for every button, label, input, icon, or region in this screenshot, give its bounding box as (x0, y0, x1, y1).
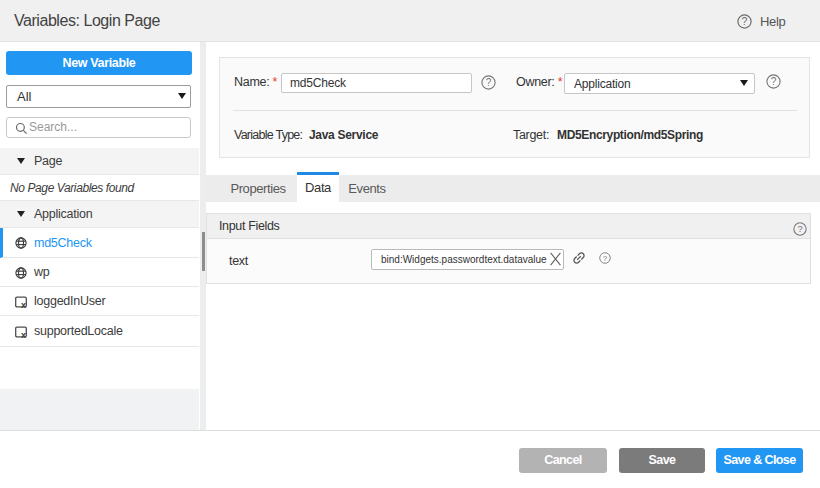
svg-text:?: ? (798, 224, 803, 234)
svg-text:?: ? (742, 15, 748, 27)
svg-text:?: ? (486, 77, 492, 88)
svg-text:x: x (21, 329, 26, 339)
svg-text:?: ? (771, 76, 777, 87)
svg-text:x: x (21, 299, 26, 309)
svg-text:?: ? (603, 253, 608, 262)
